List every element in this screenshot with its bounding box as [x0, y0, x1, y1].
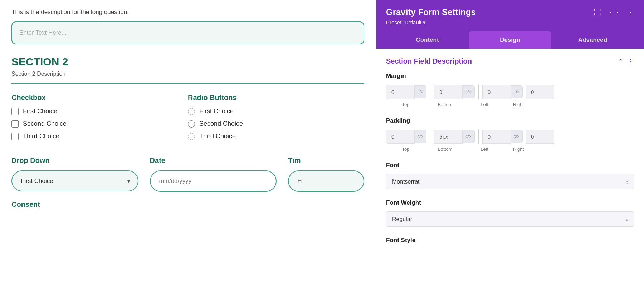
padding-top-label: Top — [386, 146, 425, 152]
font-select[interactable]: Montserrat Arial Helvetica Georgia — [386, 174, 634, 189]
padding-labels-row: Top Bottom Left Right — [386, 146, 634, 152]
layout-icon[interactable]: ⋮⋮ — [607, 8, 621, 16]
margin-left-input[interactable] — [482, 85, 511, 99]
right-panel: Gravity Form Settings ⛶ ⋮⋮ ⋮ Preset: Def… — [376, 0, 644, 299]
margin-divider — [430, 85, 430, 99]
margin-top-label: Top — [386, 102, 425, 107]
checkbox-item-3[interactable]: Third Choice — [11, 133, 188, 140]
padding-top-input[interactable] — [386, 130, 415, 144]
padding-bottom-input[interactable] — [434, 130, 463, 144]
time-input[interactable] — [288, 170, 364, 192]
collapse-button[interactable]: ⌃ — [618, 58, 623, 65]
textarea-wrapper: Enter Text Here... — [11, 21, 364, 44]
radio-choice-2: Second Choice — [199, 120, 243, 128]
padding-top-group: c/> — [386, 130, 426, 144]
radio-choice-3: Third Choice — [199, 133, 236, 140]
time-label: Tim — [288, 156, 364, 165]
dropdown-select[interactable]: First Choice Second Choice Third Choice — [11, 170, 138, 191]
section-more-button[interactable]: ⋮ — [628, 58, 634, 65]
checkbox-column: Checkbox First Choice Second Choice Thir… — [11, 94, 188, 145]
panel-body: Section Field Description ⌃ ⋮ Margin c/>… — [376, 49, 644, 299]
padding-bottom-label: Bottom — [425, 146, 465, 152]
panel-header-top: Gravity Form Settings ⛶ ⋮⋮ ⋮ — [386, 7, 634, 17]
radio-input-1[interactable] — [188, 108, 195, 115]
font-style-group: Font Style — [386, 237, 634, 244]
checkbox-item-2[interactable]: Second Choice — [11, 120, 188, 128]
checkbox-input-3[interactable] — [11, 133, 19, 140]
panel-tabs: Content Design Advanced — [386, 31, 634, 49]
checkbox-choice-2: Second Choice — [23, 120, 67, 128]
margin-label: Margin — [386, 73, 634, 80]
margin-top-group: c/> — [386, 85, 426, 99]
font-weight-label: Font Weight — [386, 199, 634, 206]
padding-bottom-group: c/> — [434, 130, 474, 144]
date-input[interactable] — [150, 170, 277, 192]
margin-bottom-input[interactable] — [434, 85, 463, 99]
textarea-placeholder: Enter Text Here... — [19, 29, 67, 36]
resize-icon[interactable]: ⛶ — [594, 8, 601, 16]
margin-left-unit[interactable]: c/> — [511, 85, 523, 98]
bottom-fields-row: Drop Down First Choice Second Choice Thi… — [11, 156, 364, 192]
checkbox-label: Checkbox — [11, 94, 188, 102]
margin-right-group — [526, 85, 554, 99]
padding-divider — [430, 129, 430, 144]
date-column: Date — [150, 156, 277, 192]
font-label: Font — [386, 162, 634, 169]
time-column: Tim — [288, 156, 364, 192]
tab-content[interactable]: Content — [386, 31, 469, 49]
margin-bottom-unit[interactable]: c/> — [463, 85, 474, 98]
font-style-label: Font Style — [386, 237, 634, 244]
margin-right-label: Right — [504, 102, 533, 107]
margin-right-input[interactable] — [526, 85, 554, 99]
tab-design[interactable]: Design — [469, 31, 551, 49]
margin-group: Margin c/> c/> c/> — [386, 73, 634, 107]
checkbox-item-1[interactable]: First Choice — [11, 108, 188, 115]
section-description: Section 2 Description — [11, 71, 364, 84]
margin-left-group: c/> — [482, 85, 523, 99]
padding-right-input[interactable] — [526, 130, 554, 144]
radio-column: Radio Buttons First Choice Second Choice… — [188, 94, 364, 145]
more-icon[interactable]: ⋮ — [627, 8, 634, 16]
left-panel: This is the description for the long que… — [0, 0, 376, 299]
radio-choice-1: First Choice — [199, 108, 234, 115]
checkbox-radio-row: Checkbox First Choice Second Choice Thir… — [11, 94, 364, 145]
radio-item-1[interactable]: First Choice — [188, 108, 364, 115]
dropdown-column: Drop Down First Choice Second Choice Thi… — [11, 156, 138, 191]
font-group: Font Montserrat Arial Helvetica Georgia … — [386, 162, 634, 189]
margin-left-label: Left — [465, 102, 504, 107]
radio-input-3[interactable] — [188, 133, 195, 140]
padding-left-group: c/> — [482, 130, 523, 144]
consent-label: Consent — [11, 200, 364, 209]
padding-top-unit[interactable]: c/> — [415, 130, 426, 143]
radio-item-3[interactable]: Third Choice — [188, 133, 364, 140]
padding-divider2 — [478, 129, 479, 144]
padding-left-unit[interactable]: c/> — [511, 130, 523, 143]
padding-left-label: Left — [465, 146, 504, 152]
section-field-actions: ⌃ ⋮ — [618, 58, 634, 65]
radio-input-2[interactable] — [188, 120, 195, 128]
checkbox-input-2[interactable] — [11, 120, 19, 128]
radio-item-2[interactable]: Second Choice — [188, 120, 364, 128]
checkbox-input-1[interactable] — [11, 108, 19, 115]
font-select-wrapper: Montserrat Arial Helvetica Georgia ⬦ — [386, 174, 634, 189]
padding-bottom-unit[interactable]: c/> — [463, 130, 474, 143]
margin-bottom-label: Bottom — [425, 102, 465, 107]
checkbox-choice-3: Third Choice — [23, 133, 59, 140]
padding-label: Padding — [386, 117, 634, 124]
tab-advanced[interactable]: Advanced — [551, 31, 634, 49]
margin-divider2 — [478, 85, 479, 99]
padding-right-label: Right — [504, 146, 533, 152]
date-label: Date — [150, 156, 277, 165]
margin-top-input[interactable] — [386, 85, 415, 99]
font-weight-select-wrapper: Regular Bold Light Medium ⬦ — [386, 211, 634, 227]
dropdown-wrapper: First Choice Second Choice Third Choice … — [11, 170, 138, 191]
header-icons: ⛶ ⋮⋮ ⋮ — [594, 8, 634, 16]
padding-left-input[interactable] — [482, 130, 511, 144]
font-weight-select[interactable]: Regular Bold Light Medium — [386, 211, 634, 227]
preset-value: Default — [405, 19, 422, 25]
panel-title: Gravity Form Settings — [386, 7, 476, 17]
preset-selector[interactable]: Preset: Default ▾ — [386, 19, 634, 26]
margin-labels-row: Top Bottom Left Right — [386, 102, 634, 107]
margin-top-unit[interactable]: c/> — [415, 85, 426, 98]
section-field-desc-header: Section Field Description ⌃ ⋮ — [386, 57, 634, 65]
